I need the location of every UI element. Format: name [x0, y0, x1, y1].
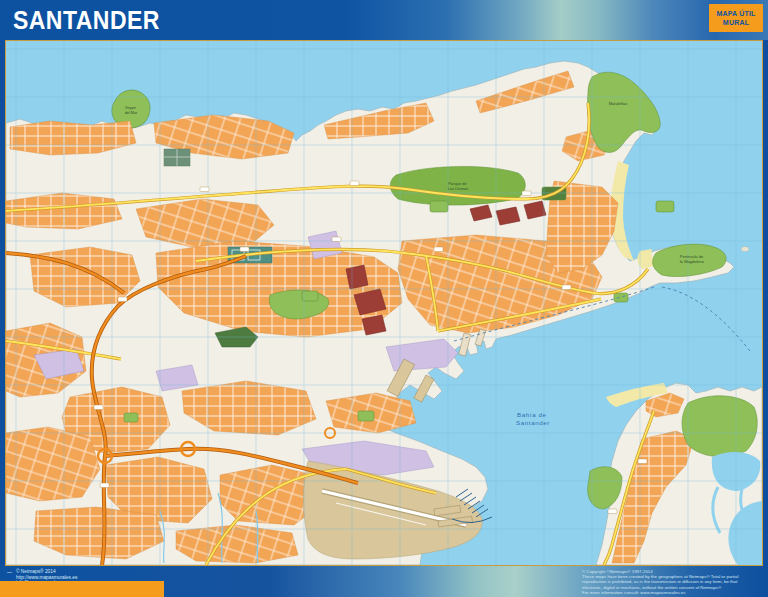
mapa-util-badge: MAPA ÚTIL MURAL — [709, 4, 763, 32]
map-canvas: Bahía de Santander Península de la Magda… — [5, 40, 763, 566]
virgen-del-mar-label: Virgen del Mar — [125, 106, 138, 115]
footer-logo-dash: — — [7, 570, 12, 576]
badge-line2: MURAL — [709, 19, 763, 28]
llamas-label: Parque de Las Llamas — [448, 181, 468, 191]
cemetery-area — [164, 149, 190, 166]
footer-orange-block — [0, 581, 164, 597]
somo-park-east — [682, 396, 757, 457]
page-title: SANTANDER — [13, 6, 160, 35]
mouro-island — [741, 246, 749, 251]
header-bar: SANTANDER MAPA ÚTIL MURAL — [0, 0, 768, 40]
magdalena-label: Península de la Magdalena — [680, 254, 705, 264]
santander-map: Bahía de Santander Península de la Magda… — [6, 41, 762, 565]
legal-line: For more information consult: www.mapasm… — [582, 590, 760, 595]
legal-line: reproduction is prohibited, as is the tr… — [582, 579, 760, 584]
map-frame: Bahía de Santander Península de la Magda… — [0, 40, 768, 566]
badge-line1: MAPA ÚTIL — [709, 10, 763, 19]
matalenas-label: Mataleñas — [609, 101, 627, 106]
map-poster: SANTANDER MAPA ÚTIL MURAL — [0, 0, 768, 597]
footer-legal: © Copyright ©Netmaps® 1997-2014 These ma… — [582, 569, 760, 595]
bay-label: Bahía de Santander — [516, 411, 550, 426]
footer-bar: — © Netmaps® 2014 http://www.mapasmurale… — [0, 566, 768, 597]
